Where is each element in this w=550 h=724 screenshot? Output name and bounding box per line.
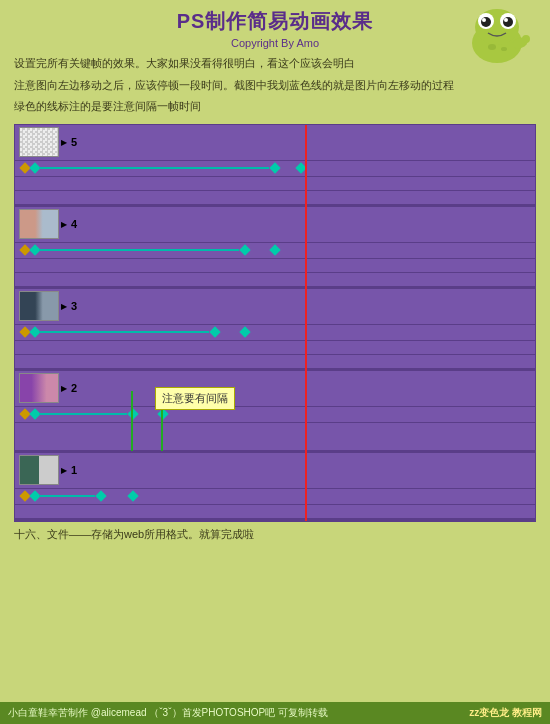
layer-1-header[interactable]: ▶ 1: [15, 453, 535, 489]
desc-line-3: 绿色的线标注的是要注意间隔一帧时间: [14, 98, 536, 116]
footer-logo-main: zz变色龙 教程网: [469, 707, 542, 718]
svg-point-5: [503, 17, 513, 27]
layer-4-num: 4: [71, 218, 77, 230]
mascot: [462, 5, 532, 65]
tween-line-3: [39, 331, 209, 333]
keyframe-diamond-1-4: [127, 491, 138, 502]
keyframe-diamond-1-3: [95, 491, 106, 502]
bottom-text-content: 十六、文件——存储为web所用格式。就算完成啦: [14, 528, 254, 540]
layer-3-empty2: [15, 355, 535, 369]
layer-5-empty2: [15, 191, 535, 205]
layer-4-empty2: [15, 273, 535, 287]
layer-3-section: ▶ 3: [15, 289, 535, 371]
layer-5-keyframe-row1: [15, 161, 535, 177]
layer-5-thumb: [19, 127, 59, 157]
layer-3-arrow: ▶: [61, 302, 67, 311]
layer-2-header[interactable]: ▶ 2: [15, 371, 535, 407]
svg-point-10: [488, 44, 496, 50]
svg-point-9: [522, 35, 530, 43]
layer-5-section: ▶ 5: [15, 125, 535, 207]
keyframe-diamond-5-3: [269, 163, 280, 174]
layer-5-arrow: ▶: [61, 138, 67, 147]
layer-2-empty1: [15, 423, 535, 451]
tween-line-4: [39, 249, 239, 251]
layer-1-keyframe-row1: [15, 489, 535, 505]
layer-4-header[interactable]: ▶ 4: [15, 207, 535, 243]
layer-5-num: 5: [71, 136, 77, 148]
footer-left-text: 小白童鞋幸苦制作 @alicemead （ˇ3ˇ）首发PHOTOSHOP吧 可复…: [8, 706, 328, 720]
footer: 小白童鞋幸苦制作 @alicemead （ˇ3ˇ）首发PHOTOSHOP吧 可复…: [0, 702, 550, 724]
keyframe-diamond-4-4: [269, 245, 280, 256]
layer-4-thumb: [19, 209, 59, 239]
header: PS制作简易动画效果 Copyright By Amo: [0, 0, 550, 51]
layer-5-header[interactable]: ▶ 5: [15, 125, 535, 161]
keyframe-diamond-2-4: [157, 409, 168, 420]
svg-point-6: [482, 18, 486, 22]
annotation-box: 注意要有间隔: [155, 387, 235, 410]
layer-4-section: ▶ 4: [15, 207, 535, 289]
layer-2-section: ▶ 2 注意要有间隔: [15, 371, 535, 453]
page-container: PS制作简易动画效果 Copyright By Amo: [0, 0, 550, 724]
tween-line-5: [39, 167, 269, 169]
keyframe-diamond-4-3: [239, 245, 250, 256]
layer-2-thumb: [19, 373, 59, 403]
layer-4-keyframe-row1: [15, 243, 535, 259]
annotation-text: 注意要有间隔: [162, 392, 228, 404]
keyframe-diamond-3-3: [209, 327, 220, 338]
desc-line-2: 注意图向左边移动之后，应该停顿一段时间。截图中我划蓝色线的就是图片向左移动的过程: [14, 77, 536, 95]
layer-3-thumb: [19, 291, 59, 321]
layer-5-empty1: [15, 177, 535, 191]
layer-1-empty1: [15, 505, 535, 519]
layer-2-num: 2: [71, 382, 77, 394]
keyframe-diamond-2-3: [127, 409, 138, 420]
layer-1-thumb: [19, 455, 59, 485]
svg-point-11: [501, 47, 507, 51]
layer-3-header[interactable]: ▶ 3: [15, 289, 535, 325]
layer-3-num: 3: [71, 300, 77, 312]
tween-line-2: [39, 413, 127, 415]
keyframe-diamond-3-4: [239, 327, 250, 338]
footer-logo: zz变色龙 教程网: [469, 706, 542, 720]
layer-1-arrow: ▶: [61, 466, 67, 475]
annotation-vline1: [131, 391, 133, 451]
tween-line-1: [39, 495, 95, 497]
layer-3-empty1: [15, 341, 535, 355]
layer-2-keyframe-row1: [15, 407, 535, 423]
layer-1-section: ▶ 1: [15, 453, 535, 521]
playhead-line: [305, 125, 307, 521]
desc-line-1: 设置完所有关键帧的效果。大家如果没看得很明白，看这个应该会明白: [14, 55, 536, 73]
layer-2-arrow: ▶: [61, 384, 67, 393]
svg-point-7: [504, 18, 508, 22]
layer-3-keyframe-row1: [15, 325, 535, 341]
layer-1-num: 1: [71, 464, 77, 476]
bottom-text: 十六、文件——存储为web所用格式。就算完成啦: [0, 522, 550, 546]
svg-point-4: [481, 17, 491, 27]
layer-4-arrow: ▶: [61, 220, 67, 229]
layer-4-empty1: [15, 259, 535, 273]
